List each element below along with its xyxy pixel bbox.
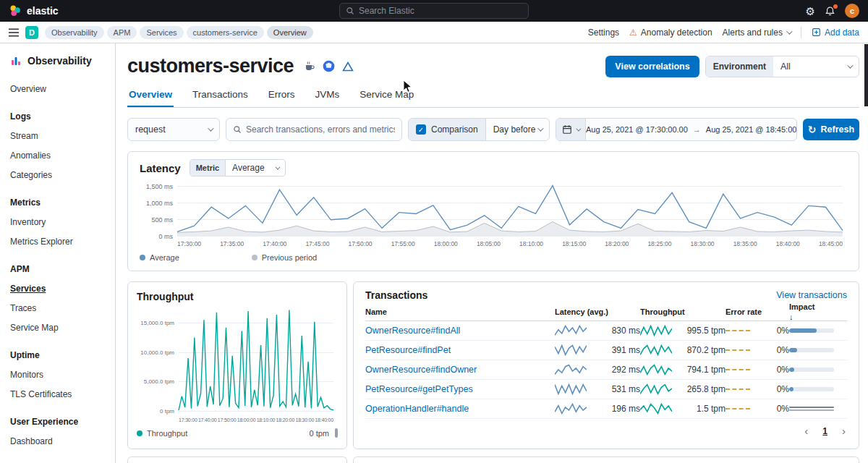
- gear-icon[interactable]: ⚙: [806, 6, 815, 17]
- search-transactions[interactable]: [226, 118, 402, 141]
- transaction-link[interactable]: OwnerResource#findAll: [365, 326, 555, 336]
- tab-service-map[interactable]: Service Map: [358, 85, 415, 107]
- throughput-chart-wrap: 15,000.0 tpm10,000.0 tpm5,000.0 tpm0 tpm…: [137, 307, 338, 422]
- breadcrumb-apm[interactable]: APM: [107, 26, 137, 39]
- x-axis-label: 17:40:00: [263, 240, 286, 247]
- calendar-icon: [562, 124, 572, 135]
- start-time[interactable]: Aug 25, 2021 @ 17:30:00.00: [586, 125, 688, 134]
- legend-previous-period[interactable]: Previous period: [252, 253, 317, 262]
- global-search-input[interactable]: [359, 6, 522, 16]
- transaction-type-select[interactable]: request: [127, 118, 220, 141]
- page-scrollbar[interactable]: [864, 44, 868, 106]
- sidebar-item-stream[interactable]: Stream: [10, 131, 105, 141]
- view-transactions-link[interactable]: View transactions: [776, 290, 847, 300]
- global-header: elastic ⚙ c: [0, 0, 868, 22]
- impact-cell: [789, 368, 847, 372]
- column-header-throughput[interactable]: Throughput: [640, 307, 726, 316]
- sidebar-item-categories[interactable]: Categories: [10, 170, 105, 180]
- y-axis-label: 10,000.0 tpm: [137, 349, 174, 356]
- error-rate-value: 0%: [756, 365, 789, 375]
- table-row: OperationHandler#handle196 ms1.5 tpm0%: [365, 399, 847, 419]
- column-header-name[interactable]: Name: [365, 307, 555, 316]
- comparison-period-value: Day before: [493, 124, 536, 135]
- legend-scrollbar[interactable]: [335, 428, 338, 438]
- sidebar: Observability OverviewLogsStreamAnomalie…: [0, 43, 116, 463]
- sidebar-item-inventory[interactable]: Inventory: [10, 217, 105, 227]
- anomaly-detection-link[interactable]: ⚠ Anomaly detection: [629, 27, 712, 38]
- tab-errors[interactable]: Errors: [267, 85, 297, 107]
- transactions-title: Transactions: [365, 289, 427, 301]
- environment-select[interactable]: Environment All: [705, 56, 859, 77]
- page-1-button[interactable]: 1: [822, 426, 827, 436]
- column-header-error-rate[interactable]: Error rate: [726, 307, 789, 316]
- elastic-logo[interactable]: elastic: [9, 4, 59, 17]
- refresh-button[interactable]: ↻ Refresh: [803, 119, 859, 140]
- transaction-link[interactable]: PetResource#getPetTypes: [365, 384, 555, 394]
- add-data-link[interactable]: Add data: [812, 27, 859, 38]
- comparison-control[interactable]: ✓ Comparison Day before: [408, 118, 550, 141]
- breadcrumb-observability[interactable]: Observability: [45, 26, 104, 39]
- x-axis-label: 18:15:00: [562, 240, 586, 247]
- throughput-panel: Throughput 15,000.0 tpm10,000.0 tpm5,000…: [127, 281, 347, 449]
- tab-overview[interactable]: Overview: [127, 85, 174, 107]
- comparison-checkbox[interactable]: ✓: [416, 124, 426, 135]
- tab-transactions[interactable]: Transactions: [191, 85, 250, 107]
- arrow-right-icon: →: [693, 125, 701, 134]
- impact-bar: [789, 387, 834, 391]
- prev-page-button[interactable]: ‹: [804, 425, 808, 436]
- end-time[interactable]: Aug 25, 2021 @ 18:45:00.00: [706, 125, 797, 134]
- breadcrumb-services[interactable]: Services: [140, 26, 183, 39]
- transaction-link[interactable]: OwnerResource#findOwner: [365, 365, 555, 375]
- alerts-and-rules-dropdown[interactable]: Alerts and rules: [723, 27, 791, 38]
- sidebar-item-metrics-explorer[interactable]: Metrics Explorer: [10, 237, 105, 247]
- throughput-chart: [179, 308, 333, 411]
- user-avatar[interactable]: c: [845, 4, 859, 18]
- column-header-latency-avg[interactable]: Latency (avg.): [555, 307, 640, 316]
- legend-throughput[interactable]: Throughput: [137, 429, 187, 438]
- sidebar-item-monitors[interactable]: Monitors: [10, 370, 105, 380]
- sidebar-item-anomalies[interactable]: Anomalies: [10, 150, 105, 161]
- transactions-column-headers: NameLatency (avg.)ThroughputError rateIm…: [365, 302, 847, 321]
- notifications-bell-icon[interactable]: [825, 6, 835, 17]
- global-search[interactable]: [339, 3, 529, 19]
- impact-bar: [789, 368, 834, 372]
- latency-metric-select[interactable]: Metric Average: [190, 159, 286, 177]
- transaction-link[interactable]: PetResource#findPet: [365, 345, 555, 355]
- latency-title: Latency: [140, 162, 181, 174]
- table-row: PetResource#getPetTypes531 ms265.8 tpm0%: [365, 380, 847, 399]
- next-page-button[interactable]: ›: [842, 425, 846, 436]
- latency-cell: 196 ms: [555, 403, 640, 415]
- sidebar-item-service-map[interactable]: Service Map: [10, 323, 105, 333]
- sidebar-section-user-experience: User Experience: [10, 417, 105, 427]
- comparison-toggle[interactable]: ✓ Comparison: [409, 119, 486, 140]
- date-picker[interactable]: Aug 25, 2021 @ 17:30:00.00 → Aug 25, 202…: [556, 118, 797, 141]
- sidebar-item-traces[interactable]: Traces: [10, 303, 105, 313]
- tab-jvms[interactable]: JVMs: [314, 85, 341, 107]
- sidebar-app-title: Observability: [27, 55, 92, 67]
- throughput-cell-value: 870.2 tpm: [678, 345, 726, 355]
- settings-link[interactable]: Settings: [588, 27, 619, 38]
- space-avatar[interactable]: D: [25, 26, 38, 39]
- breadcrumb-customers-service[interactable]: customers-service: [187, 26, 264, 39]
- transactions-panel: Transactions View transactions NameLaten…: [353, 281, 859, 449]
- breadcrumb-bar: D ObservabilityAPMServicescustomers-serv…: [0, 22, 868, 43]
- pagination: ‹ 1 ›: [365, 419, 847, 436]
- view-correlations-button[interactable]: View correlations: [605, 56, 699, 77]
- sidebar-item-dashboard[interactable]: Dashboard: [10, 436, 105, 446]
- transaction-link[interactable]: OperationHandler#handle: [365, 404, 555, 414]
- tabs: OverviewTransactionsErrorsJVMsService Ma…: [127, 85, 859, 108]
- legend-average[interactable]: Average: [140, 253, 179, 262]
- x-axis-label: 18:20:00: [605, 240, 629, 247]
- comparison-period-select[interactable]: Day before: [486, 124, 549, 135]
- impact-cell: [789, 387, 847, 391]
- page-title: customers-service: [127, 55, 294, 77]
- menu-icon[interactable]: [9, 28, 19, 37]
- throughput-plot: 15,000.0 tpm10,000.0 tpm5,000.0 tpm0 tpm: [179, 308, 333, 411]
- sidebar-item-services[interactable]: Services: [10, 284, 105, 294]
- sidebar-item-tls-certificates[interactable]: TLS Certificates: [10, 389, 105, 399]
- search-transactions-input[interactable]: [246, 124, 395, 135]
- column-header-impact[interactable]: Impact ↓: [789, 302, 847, 321]
- sidebar-item-overview[interactable]: Overview: [10, 84, 105, 94]
- throughput-cell-value: 265.8 tpm: [678, 384, 726, 394]
- calendar-dropdown[interactable]: [556, 119, 586, 140]
